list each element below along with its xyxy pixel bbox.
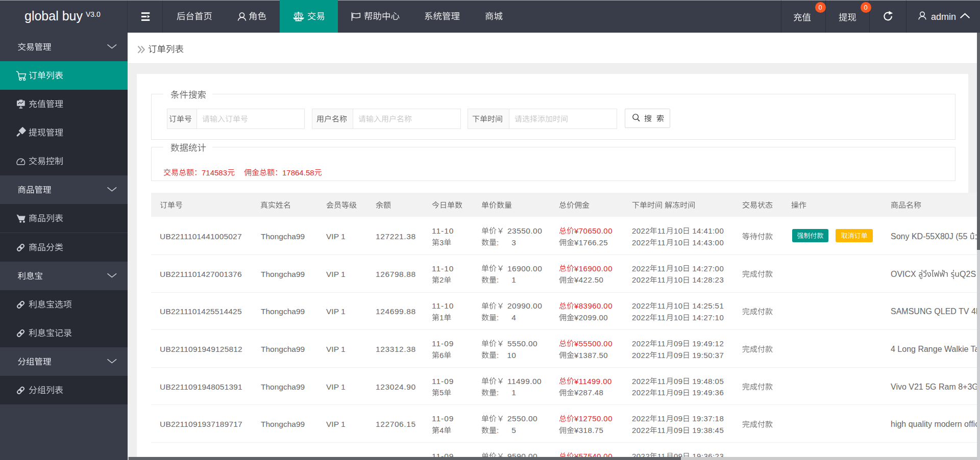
svg-text:10: 10 (674, 275, 683, 284)
svg-text:¥422.50: ¥422.50 (574, 275, 603, 284)
svg-text:2022: 2022 (632, 388, 650, 397)
svg-text:¥55500.00: ¥55500.00 (574, 339, 612, 348)
svg-text:¥2099.00: ¥2099.00 (574, 313, 608, 322)
svg-text:09: 09 (674, 351, 683, 360)
svg-text:0: 0 (864, 4, 868, 11)
svg-text:OVICX: OVICX (891, 270, 916, 278)
svg-text:2022: 2022 (632, 238, 650, 247)
svg-text:2022: 2022 (632, 351, 650, 360)
svg-text:09: 09 (674, 414, 683, 423)
svg-text:high quality modern office: high quality modern office (891, 420, 980, 428)
svg-text:2550.00: 2550.00 (507, 414, 537, 423)
svg-text:123024.90: 123024.90 (376, 382, 416, 391)
svg-text:2022: 2022 (632, 426, 650, 435)
svg-text:2022: 2022 (632, 226, 650, 235)
svg-text:VIP 1: VIP 1 (326, 420, 346, 428)
svg-text:11-10: 11-10 (432, 226, 454, 235)
svg-text:11: 11 (657, 414, 666, 423)
svg-text:23550.00: 23550.00 (507, 226, 542, 235)
svg-text:5: 5 (511, 426, 516, 435)
svg-text:19:48:05: 19:48:05 (692, 377, 724, 386)
svg-text:5550.00: 5550.00 (507, 339, 537, 348)
svg-text:11: 11 (657, 238, 666, 247)
svg-text:11-09: 11-09 (432, 339, 454, 348)
svg-text:Thongcha99: Thongcha99 (261, 382, 305, 391)
svg-text:1: 1 (511, 388, 516, 397)
svg-text:¥1387.50: ¥1387.50 (574, 351, 608, 360)
svg-text::: : (497, 426, 499, 435)
svg-text:4: 4 (439, 426, 444, 435)
svg-text:Thongcha99: Thongcha99 (261, 270, 305, 278)
svg-text:1: 1 (511, 275, 516, 284)
svg-text:2: 2 (439, 275, 444, 284)
svg-text:11: 11 (657, 377, 666, 386)
svg-text:2022: 2022 (632, 275, 650, 284)
svg-text:20990.00: 20990.00 (507, 301, 542, 310)
svg-text:UB2211091948051391: UB2211091948051391 (160, 382, 242, 391)
svg-text:17864.58: 17864.58 (282, 168, 314, 177)
svg-text:10: 10 (674, 313, 683, 322)
svg-text:2022: 2022 (632, 313, 650, 322)
svg-text:¥12750.00: ¥12750.00 (574, 414, 612, 423)
svg-text:19:50:37: 19:50:37 (692, 351, 724, 360)
svg-text:UB2211101427001376: UB2211101427001376 (160, 270, 242, 278)
svg-text:Thongcha99: Thongcha99 (261, 420, 305, 428)
svg-text:2022: 2022 (632, 414, 650, 423)
svg-text::: : (497, 275, 499, 284)
svg-text:11: 11 (657, 388, 666, 397)
svg-text:11: 11 (657, 426, 666, 435)
svg-text:11: 11 (657, 226, 666, 235)
svg-text:VIP 1: VIP 1 (326, 382, 346, 391)
svg-text:3: 3 (439, 238, 444, 247)
svg-text:10: 10 (674, 264, 683, 273)
svg-text:6: 6 (439, 351, 444, 360)
svg-text:09: 09 (674, 339, 683, 348)
svg-text:10: 10 (507, 351, 517, 360)
svg-text:124699.88: 124699.88 (376, 307, 416, 316)
svg-text:19:38:45: 19:38:45 (692, 426, 724, 435)
svg-text:¥318.75: ¥318.75 (574, 426, 603, 435)
svg-text:4: 4 (511, 313, 516, 322)
svg-text:19:49:36: 19:49:36 (692, 388, 724, 397)
svg-text:11-09: 11-09 (432, 414, 454, 423)
svg-text:Thongcha99: Thongcha99 (261, 232, 305, 241)
svg-text:10: 10 (674, 301, 683, 310)
svg-text:UB2211101425514425: UB2211101425514425 (160, 307, 242, 316)
svg-text:127221.38: 127221.38 (376, 232, 416, 241)
svg-text::: : (497, 313, 499, 322)
svg-text:¥83960.00: ¥83960.00 (574, 301, 612, 310)
svg-text:122706.15: 122706.15 (376, 420, 416, 428)
svg-text:1: 1 (439, 313, 444, 322)
svg-text:14:27:00: 14:27:00 (692, 264, 724, 273)
svg-text:V3.0: V3.0 (86, 10, 101, 18)
svg-text:¥1766.25: ¥1766.25 (574, 238, 608, 247)
svg-text:VIP 1: VIP 1 (326, 270, 346, 278)
svg-text:VIP 1: VIP 1 (326, 307, 346, 316)
svg-text:11-10: 11-10 (432, 264, 454, 273)
svg-text:14:27:10: 14:27:10 (692, 313, 724, 322)
svg-text:11499.00: 11499.00 (507, 377, 542, 386)
svg-text:11: 11 (657, 275, 666, 284)
svg-text:UB2211091949125812: UB2211091949125812 (160, 345, 242, 353)
svg-text:09: 09 (674, 377, 683, 386)
svg-text:126798.88: 126798.88 (376, 270, 416, 278)
svg-text:16900.00: 16900.00 (507, 264, 542, 273)
svg-text:14:25:51: 14:25:51 (692, 301, 724, 310)
svg-text:714583: 714583 (202, 168, 227, 177)
svg-text:5: 5 (439, 388, 444, 397)
svg-text:¥11499.00: ¥11499.00 (574, 377, 612, 386)
svg-text:VIP 1: VIP 1 (326, 345, 346, 353)
svg-text:14:41:00: 14:41:00 (692, 226, 724, 235)
svg-text:14:43:00: 14:43:00 (692, 238, 724, 247)
svg-text:SAMSUNG QLED TV 4K: SAMSUNG QLED TV 4K (891, 307, 980, 316)
svg-text:3: 3 (511, 238, 516, 247)
svg-text:¥287.48: ¥287.48 (574, 388, 603, 397)
svg-text:¥16900.00: ¥16900.00 (574, 264, 612, 273)
svg-text:11: 11 (657, 339, 666, 348)
svg-text:2022: 2022 (632, 339, 650, 348)
svg-text:UB2211091937189717: UB2211091937189717 (160, 420, 242, 428)
svg-text:19:37:18: 19:37:18 (692, 414, 724, 423)
svg-text:09: 09 (674, 426, 683, 435)
svg-text:09: 09 (674, 388, 683, 397)
svg-text:2022: 2022 (632, 264, 650, 273)
